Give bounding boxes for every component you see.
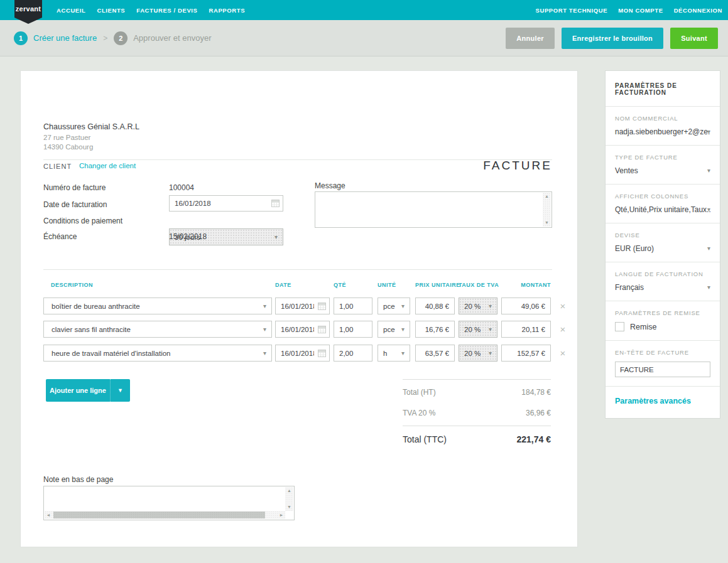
payment-terms-label: Conditions de paiement <box>43 217 122 225</box>
item-vat-select[interactable]: 20 % ▾ <box>459 298 497 314</box>
footer-note-textarea[interactable] <box>44 486 285 511</box>
scroll-up-icon[interactable]: ▲ <box>543 193 551 200</box>
header-unit-price: PRIX UNITAIRE <box>415 282 460 288</box>
invoice-date-input[interactable] <box>169 195 283 212</box>
header-field-label: EN-TÊTE DE FACTURE <box>615 349 710 356</box>
field-value: EUR (Euro) <box>615 244 654 253</box>
description-value: boîtier de bureau anthracite <box>52 303 140 310</box>
field-value: Ventes <box>615 166 638 175</box>
item-unit-select[interactable]: pce ▾ <box>378 298 410 314</box>
chevron-down-icon: ▾ <box>707 245 710 252</box>
nav-item-accueil[interactable]: ACCUEIL <box>57 7 85 14</box>
nav-item-support-technique[interactable]: SUPPORT TECHNIQUE <box>535 7 607 14</box>
item-qty-input[interactable] <box>334 345 372 362</box>
item-vat-select[interactable]: 20 % ▾ <box>459 321 497 338</box>
description-select[interactable]: boîtier de bureau anthracite ▾ <box>43 298 272 314</box>
save-draft-button[interactable]: Enregistrer le brouillon <box>562 28 663 49</box>
langue-select[interactable]: Français ▾ <box>615 283 710 292</box>
subtotal-label: Total (HT) <box>403 388 436 397</box>
step-1-label[interactable]: Créer une facture <box>33 33 97 43</box>
item-date-field <box>275 345 330 362</box>
message-textarea[interactable] <box>315 192 543 227</box>
item-amount-input[interactable] <box>501 298 551 314</box>
scroll-down-icon[interactable]: ▼ <box>543 219 551 227</box>
nav-item-factures-devis[interactable]: FACTURES / DEVIS <box>136 7 197 14</box>
chevron-down-icon: ▾ <box>401 350 405 357</box>
remise-checkbox[interactable] <box>615 322 624 331</box>
add-line-label[interactable]: Ajouter une ligne <box>46 379 110 402</box>
cancel-button[interactable]: Annuler <box>506 28 555 49</box>
scroll-up-icon[interactable]: ▲ <box>285 487 293 495</box>
item-qty-input[interactable] <box>334 298 372 314</box>
invoice-number-label: Numéro de facture <box>43 183 106 192</box>
divider <box>43 159 552 160</box>
nav-item-deconnexion[interactable]: DÉCONNEXION <box>674 7 722 14</box>
scrollbar-thumb[interactable] <box>53 512 265 518</box>
delete-row-icon[interactable]: × <box>556 298 570 314</box>
item-amount-input[interactable] <box>501 345 551 362</box>
client-address-line2: 14390 Cabourg <box>43 142 139 152</box>
description-select[interactable]: clavier sans fil anthracite ▾ <box>43 321 272 338</box>
chevron-down-icon: ▾ <box>263 326 266 333</box>
advanced-settings-link[interactable]: Paramètres avancés <box>615 395 710 409</box>
scroll-right-icon[interactable]: ► <box>278 511 285 519</box>
sidebar-discount-section: PARAMÈTRES DE REMISE Remise <box>606 301 720 341</box>
item-vat-value: 20 % <box>464 303 481 310</box>
change-client-link[interactable]: Changer de client <box>79 162 136 169</box>
grand-total-value: 221,74 € <box>517 434 551 444</box>
items-table-header: DESCRIPTION DATE QTÉ UNITÉ PRIX UNITAIRE… <box>43 282 573 291</box>
delete-row-icon[interactable]: × <box>556 321 570 338</box>
calendar-icon[interactable] <box>318 326 326 333</box>
header-description: DESCRIPTION <box>51 282 93 288</box>
nav-item-mon-compte[interactable]: MON COMPTE <box>618 7 663 14</box>
item-unit-select[interactable]: h ▾ <box>378 345 410 362</box>
invoice-card: CLIENT Changer de client FACTURE Chaussu… <box>20 70 578 547</box>
due-date-value: 15/02/2018 <box>169 232 207 241</box>
scroll-down-icon[interactable]: ▼ <box>285 503 293 511</box>
step-1-badge[interactable]: 1 <box>14 31 28 45</box>
item-amount-input[interactable] <box>501 321 551 338</box>
calendar-icon[interactable] <box>318 350 326 357</box>
footer-note-vscrollbar[interactable]: ▲ ▼ <box>285 487 293 511</box>
nom-commercial-select[interactable]: nadja.siebenbuerger+2@ze... ▾ <box>615 127 710 136</box>
nav-item-rapports[interactable]: RAPPORTS <box>209 7 246 14</box>
chevron-down-icon: ▾ <box>274 234 278 240</box>
item-price-input[interactable] <box>415 345 455 362</box>
step-2-label: Approuver et envoyer <box>133 33 211 43</box>
footer-note-hscrollbar[interactable]: ◄ ► <box>45 511 285 519</box>
item-unit-value: pce <box>383 303 395 310</box>
delete-row-icon[interactable]: × <box>556 345 570 362</box>
field-label: AFFICHER COLONNES <box>615 193 710 200</box>
secondary-nav: SUPPORT TECHNIQUE MON COMPTE DÉCONNEXION <box>535 0 722 20</box>
next-button[interactable]: Suivant <box>670 28 718 49</box>
afficher-colonnes-select[interactable]: Qté,Unité,Prix unitaire,Taux... ▾ <box>615 205 710 214</box>
description-select[interactable]: heure de travail matériel d'installation… <box>43 345 272 362</box>
devise-select[interactable]: EUR (Euro) ▾ <box>615 244 710 253</box>
item-price-input[interactable] <box>415 298 455 314</box>
message-scrollbar[interactable]: ▲ ▼ <box>543 193 551 227</box>
type-de-facture-select[interactable]: Ventes ▾ <box>615 166 710 175</box>
item-price-input[interactable] <box>415 321 455 338</box>
sidebar-advanced-section: Paramètres avancés <box>606 387 720 418</box>
scroll-left-icon[interactable]: ◄ <box>45 511 52 519</box>
calendar-icon[interactable] <box>318 303 326 310</box>
header-vat-rate: TAUX DE TVA <box>459 282 499 288</box>
add-line-dropdown[interactable]: ▼ <box>110 379 130 402</box>
add-line-button[interactable]: Ajouter une ligne ▼ <box>46 379 130 402</box>
invoice-header-input[interactable] <box>615 362 710 377</box>
dropdown-arrow-icon: ▼ <box>117 387 123 394</box>
item-unit-select[interactable]: pce ▾ <box>378 321 410 338</box>
chevron-down-icon: ▾ <box>263 350 266 357</box>
item-qty-input[interactable] <box>334 321 372 338</box>
item-vat-select[interactable]: 20 % ▾ <box>459 345 497 362</box>
step-separator-icon: > <box>103 34 107 43</box>
header-date: DATE <box>275 282 291 288</box>
calendar-icon[interactable] <box>271 200 280 207</box>
sidebar-field-afficher-colonnes: AFFICHER COLONNES Qté,Unité,Prix unitair… <box>606 185 720 223</box>
nav-item-clients[interactable]: CLIENTS <box>97 7 125 14</box>
field-label: TYPE DE FACTURE <box>615 154 710 161</box>
client-block: Chaussures Génial S.A.R.L 27 rue Pastuer… <box>43 122 139 152</box>
sidebar-field-langue: LANGUE DE FACTURATION Français ▾ <box>606 262 720 301</box>
item-row: heure de travail matériel d'installation… <box>43 345 573 362</box>
discount-section-label: PARAMÈTRES DE REMISE <box>615 309 710 316</box>
